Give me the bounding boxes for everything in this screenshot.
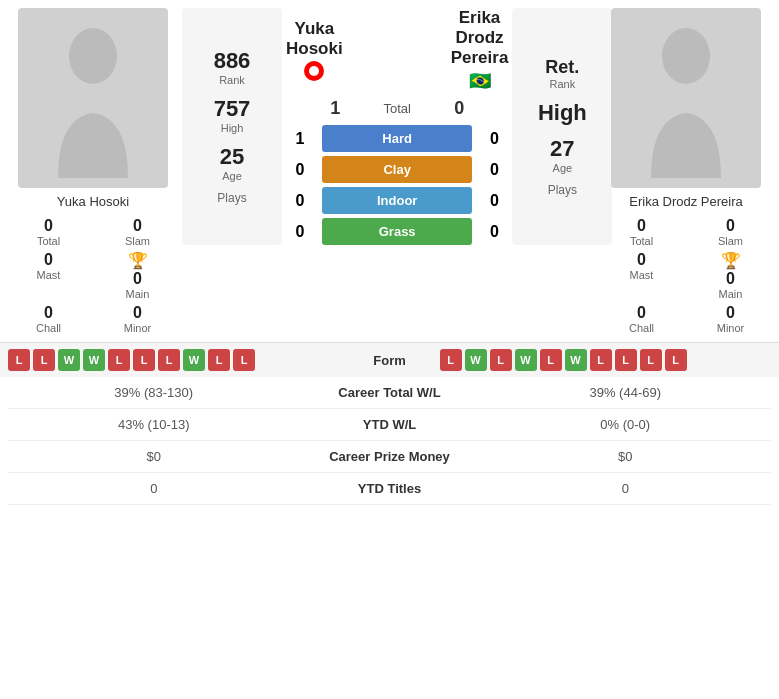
form-pill: L (490, 349, 512, 371)
p1-career-total-wl: 39% (83-130) (8, 385, 300, 400)
form-pill: W (565, 349, 587, 371)
trophy2-icon: 🏆 (721, 251, 741, 270)
svg-point-1 (662, 28, 710, 84)
player2-chall-cell: 0 Chall (601, 304, 682, 334)
player2-slam-cell: 0 Slam (690, 217, 771, 247)
player1-plays-label: Plays (217, 191, 246, 205)
player-name-headers: Yuka Hosoki Erika Drodz Pereira (286, 8, 508, 92)
total-score-row: 1 Total 0 (286, 96, 508, 121)
names-row: 886 Rank 757 High 25 Age Plays (182, 8, 597, 245)
player1-total-cell: 0 Total (8, 217, 89, 247)
form-pill: L (640, 349, 662, 371)
comparison-section: Yuka Hosoki 0 Total 0 Slam 0 Mast 🏆 0 (0, 0, 779, 342)
player2-minor-value: 0 (726, 304, 735, 322)
player1-name: Yuka Hosoki (57, 194, 129, 209)
player1-slam-value: 0 (133, 217, 142, 235)
player2-avatar (611, 8, 761, 188)
p1-ytd-wl: 43% (10-13) (8, 417, 300, 432)
clay-row: 0 Clay 0 (286, 156, 508, 183)
hard-row: 1 Hard 0 (286, 125, 508, 152)
player1-main-cell: 🏆 0 Main (97, 251, 178, 300)
hard-p1: 1 (286, 130, 314, 148)
ytd-titles-label: YTD Titles (300, 481, 480, 496)
form-section: LLWWLLLWLL Form LWLWLWLLLL (0, 342, 779, 377)
player1-slam-cell: 0 Slam (97, 217, 178, 247)
player2-main-label: Main (719, 288, 743, 300)
player2-total-value: 0 (637, 217, 646, 235)
grass-p1: 0 (286, 223, 314, 241)
grass-button[interactable]: Grass (322, 218, 472, 245)
ytd-wl-label: YTD W/L (300, 417, 480, 432)
player2-form-pills: LWLWLWLLLL (440, 349, 772, 371)
player1-main-value: 0 (133, 270, 142, 288)
player1-slam-label: Slam (125, 235, 150, 247)
form-pill: L (615, 349, 637, 371)
form-pill: L (133, 349, 155, 371)
p2-prize: $0 (480, 449, 772, 464)
form-pill: L (540, 349, 562, 371)
indoor-p2: 0 (480, 192, 508, 210)
player1-mast-cell: 0 Mast (8, 251, 89, 300)
form-pill: W (515, 349, 537, 371)
prize-money-row: $0 Career Prize Money $0 (8, 441, 771, 473)
form-pill: L (8, 349, 30, 371)
player1-form-pills: LLWWLLLWLL (8, 349, 340, 371)
player1-chall-cell: 0 Chall (8, 304, 89, 334)
form-pill: W (58, 349, 80, 371)
clay-p2: 0 (480, 161, 508, 179)
clay-button[interactable]: Clay (322, 156, 472, 183)
player1-mast-label: Mast (37, 269, 61, 281)
player2-main-value: 0 (726, 270, 735, 288)
player1-rank-value: 886 (214, 48, 251, 74)
career-total-wl-label: Career Total W/L (300, 385, 480, 400)
indoor-row: 0 Indoor 0 (286, 187, 508, 214)
player1-age-label: Age (222, 170, 242, 182)
ytd-titles-row: 0 YTD Titles 0 (8, 473, 771, 505)
p1-titles: 0 (8, 481, 300, 496)
player1-rank-label: Rank (219, 74, 245, 86)
center-column: 886 Rank 757 High 25 Age Plays (182, 8, 597, 334)
player2-minor-cell: 0 Minor (690, 304, 771, 334)
total-label: Total (357, 101, 437, 116)
indoor-button[interactable]: Indoor (322, 187, 472, 214)
p2-ytd-wl: 0% (0-0) (480, 417, 772, 432)
form-pill: W (465, 349, 487, 371)
player2-slam-label: Slam (718, 235, 743, 247)
player1-rank-panel: 886 Rank 757 High 25 Age Plays (182, 8, 282, 245)
p2-career-total-wl: 39% (44-69) (480, 385, 772, 400)
player1-total-value: 0 (44, 217, 53, 235)
svg-point-0 (69, 28, 117, 84)
form-pill: L (233, 349, 255, 371)
player2-header-name-l1: Erika Drodz (451, 8, 509, 48)
form-pill: L (665, 349, 687, 371)
player1-avatar (18, 8, 168, 188)
player1-minor-value: 0 (133, 304, 142, 322)
player1-high-label: High (221, 122, 244, 134)
player1-minor-cell: 0 Minor (97, 304, 178, 334)
main-container: Yuka Hosoki 0 Total 0 Slam 0 Mast 🏆 0 (0, 0, 779, 505)
indoor-p1: 0 (286, 192, 314, 210)
player2-rank-panel: Ret. Rank High 27 Age Plays (512, 8, 612, 245)
form-pill: W (183, 349, 205, 371)
player1-high-value: 757 (214, 96, 251, 121)
form-label: Form (340, 353, 440, 368)
player2-total-label: Total (630, 235, 653, 247)
player2-flag: 🇧🇷 (469, 70, 491, 92)
form-pill: L (208, 349, 230, 371)
player2-mast-cell: 0 Mast (601, 251, 682, 300)
player1-chall-value: 0 (44, 304, 53, 322)
player2-chall-label: Chall (629, 322, 654, 334)
player2-plays-label: Plays (548, 183, 577, 197)
p2-titles: 0 (480, 481, 772, 496)
player2-column: Erika Drodz Pereira 0 Total 0 Slam 0 Mas… (601, 8, 771, 334)
career-stats-section: 39% (83-130) Career Total W/L 39% (44-69… (0, 377, 779, 505)
surface-buttons-area: Yuka Hosoki Erika Drodz Pereira (286, 8, 508, 245)
p1-prize: $0 (8, 449, 300, 464)
player1-header-name: Yuka Hosoki (286, 19, 343, 58)
player1-chall-label: Chall (36, 322, 61, 334)
player2-total-cell: 0 Total (601, 217, 682, 247)
form-pill: L (108, 349, 130, 371)
hard-button[interactable]: Hard (322, 125, 472, 152)
ytd-wl-row: 43% (10-13) YTD W/L 0% (0-0) (8, 409, 771, 441)
player1-minor-label: Minor (124, 322, 152, 334)
